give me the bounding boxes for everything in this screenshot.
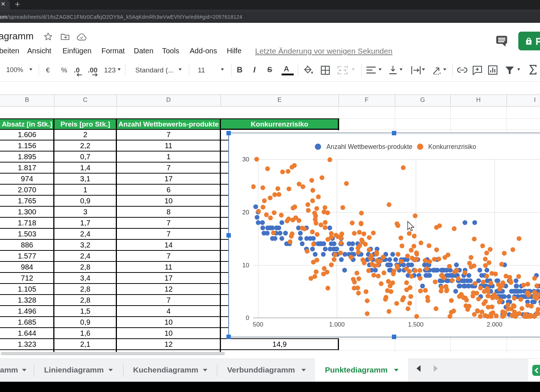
svg-text:500: 500	[253, 321, 263, 328]
svg-text:20: 20	[242, 209, 249, 216]
svg-text:0: 0	[246, 314, 249, 321]
svg-text:Konkurrenzrisiko: Konkurrenzrisiko	[428, 143, 476, 150]
svg-text:Anzahl Wettbewerbs-produkte: Anzahl Wettbewerbs-produkte	[326, 143, 412, 150]
svg-text:2.000: 2.000	[487, 321, 503, 328]
svg-text:1.000: 1.000	[329, 321, 345, 328]
svg-text:1.500: 1.500	[408, 321, 424, 328]
svg-text:30: 30	[242, 156, 249, 163]
svg-text:10: 10	[242, 262, 249, 269]
